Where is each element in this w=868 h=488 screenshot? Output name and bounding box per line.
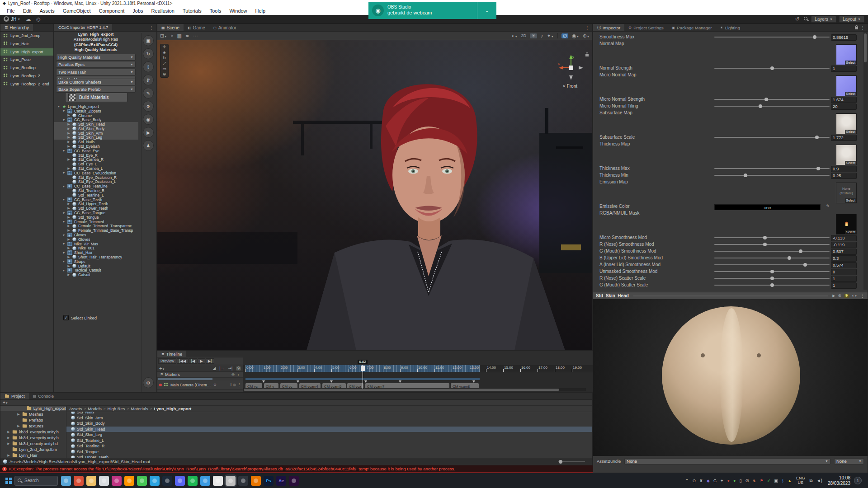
slider-knob-r-nose-smoothness-mod[interactable]	[763, 243, 767, 246]
material-tree-item-std-cornea-r[interactable]: ▶Std_Cornea_R	[54, 158, 138, 162]
tray-icon-11[interactable]: ⚑	[760, 479, 764, 483]
inspector-lock-icon[interactable]	[855, 27, 858, 29]
next-frame-button[interactable]: ▶|	[206, 358, 214, 364]
folder-prefabs[interactable]: Prefabs	[0, 418, 66, 423]
slider-b-upper-lid-smoothness-mod[interactable]	[714, 258, 830, 258]
scene-tabs-kebab-icon[interactable]: ⋮	[582, 24, 592, 31]
texture-slot-thickness-map[interactable]: Select	[836, 145, 857, 165]
menu-reallusion[interactable]: Reallusion	[147, 8, 179, 14]
slider-knob-thickness-min[interactable]	[744, 174, 747, 177]
network-display-icon[interactable]: ⧉	[810, 478, 813, 483]
markers-kebab-icon[interactable]: ⋮	[236, 373, 240, 376]
pivot-icon[interactable]: ⌖	[170, 33, 173, 38]
tree-collapsed-arrow-icon[interactable]: ▶	[67, 145, 71, 148]
tab-lighting[interactable]: ☀Lighting	[716, 24, 744, 31]
importer-option-two-pass-hair[interactable]: Two Pass Hair▼	[56, 69, 136, 75]
material-tree-item-default[interactable]: ▶Default	[54, 264, 138, 268]
tree-expanded-arrow-icon[interactable]: ▼	[57, 105, 61, 108]
tree-collapsed-arrow-icon[interactable]: ▶	[67, 206, 71, 210]
value-field-g-mouth-scatter-scale[interactable]: 1	[831, 282, 857, 289]
tab-project-settings[interactable]: ⚙Project Settings	[624, 24, 668, 31]
slider-a-inner-lid-smoothness-mod[interactable]	[714, 264, 830, 265]
tree-collapsed-arrow-icon[interactable]: ▶	[17, 413, 20, 416]
inspector-scroll-thumb[interactable]	[864, 33, 867, 62]
tray-icon-2[interactable]: ♜	[699, 479, 703, 483]
importer-option-high-quality-materials[interactable]: High Quality Materials▼	[56, 54, 136, 61]
value-field-micro-smoothness-mod[interactable]: -0.113	[831, 235, 857, 241]
start-button[interactable]	[5, 478, 12, 484]
refresh-tool-icon[interactable]: ↻	[143, 48, 154, 59]
taskbar-app-icon-4[interactable]	[99, 476, 109, 486]
sync-tool-icon[interactable]: ⇵	[143, 75, 154, 85]
tray-icon-12[interactable]: ✔	[767, 479, 771, 483]
texture-slot-emission-map[interactable]: None (Texture)Select	[836, 183, 857, 203]
tree-expanded-arrow-icon[interactable]: ▼	[62, 242, 66, 245]
material-tree-item-std-eye-r[interactable]: Std_Eye_R	[54, 153, 138, 158]
material-tree-item-std-skin-leg[interactable]: ▶Std_Skin_Leg	[54, 136, 138, 140]
pose-tool-icon[interactable]: ♟	[143, 140, 154, 151]
taskbar-app-icon-18[interactable]: Ae	[276, 476, 286, 486]
ripple-edit-icon[interactable]: ⇥|	[228, 366, 233, 371]
texture-select-button[interactable]: Select	[845, 130, 856, 134]
taskbar-app-icon-10[interactable]	[175, 476, 185, 486]
tray-icon-14[interactable]: ᛒ	[782, 479, 784, 483]
track-visibility-icon[interactable]: ◎	[233, 383, 236, 387]
value-field-normal-strength[interactable]: 1	[831, 66, 857, 72]
material-tree-item-std-skin-arm[interactable]: ▶Std_Skin_Arm	[54, 131, 138, 136]
taskbar-app-icon-1[interactable]	[61, 476, 71, 486]
importer-option-parallax-eyes[interactable]: Parallax Eyes▼	[56, 61, 136, 68]
tree-collapsed-arrow-icon[interactable]: ▶	[67, 246, 71, 250]
slider-knob-micro-normal-strength[interactable]	[764, 98, 768, 101]
clip-edit-icon[interactable]: |→	[219, 366, 224, 371]
tree-expanded-arrow-icon[interactable]: ▼	[62, 185, 66, 188]
tree-collapsed-arrow-icon[interactable]: ▶	[67, 238, 71, 241]
tree-expanded-arrow-icon[interactable]: ▼	[62, 269, 66, 272]
scale-tool-icon[interactable]: ⤢	[163, 61, 166, 66]
settings-tool-icon[interactable]: ⚙	[143, 377, 154, 388]
material-tree-item-nike-air-max[interactable]: ▼Nike_Air_Max	[54, 242, 138, 246]
track-mute-icon[interactable]: Ⅰ	[231, 383, 231, 387]
volume-icon[interactable]: ◄)	[816, 478, 822, 483]
asset-std-nails[interactable]: Std_Nails	[66, 412, 592, 415]
material-tree-item-std-eye-occlusion-r[interactable]: Std_Eye_Occlusion_R	[54, 175, 138, 180]
material-tree-item-tactical-catsuit[interactable]: ▼Tactical_Catsuit	[54, 268, 138, 272]
preview-kebab-icon[interactable]: ⋮	[860, 293, 865, 298]
slider-g-mouth-scatter-scale[interactable]	[714, 285, 830, 286]
tab-console[interactable]: ▤Console	[29, 393, 58, 399]
track-target-icon[interactable]: ⊙	[213, 383, 217, 387]
obs-notification[interactable]: ◉ OBS Studio gebruikt de webcam ⌄	[368, 2, 496, 19]
slider-subsurface-scale[interactable]	[714, 137, 830, 138]
timeline-hscrollbar[interactable]	[243, 388, 586, 391]
scene-viewport[interactable]: ✛ ◈ ↻ ⤢ ▭ ⊕ x y < Front	[157, 40, 592, 350]
asset-std-skin-head[interactable]: Std_Skin_Head	[66, 427, 592, 432]
material-tree-item-std-nails[interactable]: ▶Std_Nails	[54, 140, 138, 144]
rect-tool-icon[interactable]: ▭	[162, 67, 166, 71]
breadcrumb-materials[interactable]: Materials	[131, 406, 148, 411]
texture-slot-subsurface-map[interactable]: Select	[836, 113, 857, 134]
taskbar-search-box[interactable]: Search	[14, 476, 58, 486]
effects-dropdown[interactable]: ✦▼	[547, 33, 554, 38]
folder-textures[interactable]: ▶textures	[0, 423, 66, 429]
material-tree-item-straps[interactable]: ▼Straps	[54, 259, 138, 264]
importer-bake-bake-custom-shaders[interactable]: Bake Custom Shaders▼	[56, 79, 136, 85]
tree-expanded-arrow-icon[interactable]: ▼	[62, 260, 66, 263]
eyedropper-icon[interactable]: ✎	[826, 204, 830, 208]
slider-knob-micro-smoothness-mod[interactable]	[763, 236, 767, 239]
slider-micro-normal-tiling[interactable]	[714, 106, 830, 107]
tray-icon-15[interactable]: ▲	[788, 479, 792, 483]
transform-tool-icon[interactable]: ⊕	[163, 72, 166, 76]
taskbar-app-icon-8[interactable]	[150, 476, 160, 486]
clip-marker-icon[interactable]	[399, 380, 401, 383]
curves-toggle-icon[interactable]: ◢	[212, 366, 216, 371]
material-tree-item-gloves[interactable]: ▼Gloves	[54, 233, 138, 237]
tab-animator[interactable]: ◷Animator	[209, 24, 241, 31]
tree-collapsed-arrow-icon[interactable]: ▶	[67, 273, 71, 277]
taskbar-app-icon-3[interactable]	[86, 476, 96, 486]
slider-thickness-max[interactable]	[714, 168, 830, 169]
taskbar-app-icon-15[interactable]	[238, 476, 248, 486]
project-add-button[interactable]: +▼	[3, 400, 8, 405]
markers-track-header[interactable]: ⚑ Markers ◎ ⋮	[157, 372, 243, 378]
value-field-r-nose-scatter-scale[interactable]: 1	[831, 276, 857, 282]
material-tree-item-std-lower-teeth[interactable]: ▶Std_Lower_Teeth	[54, 206, 138, 211]
tab-cc-ic-importer[interactable]: CC/iC Importer HDRP 1.4.7	[54, 24, 112, 31]
